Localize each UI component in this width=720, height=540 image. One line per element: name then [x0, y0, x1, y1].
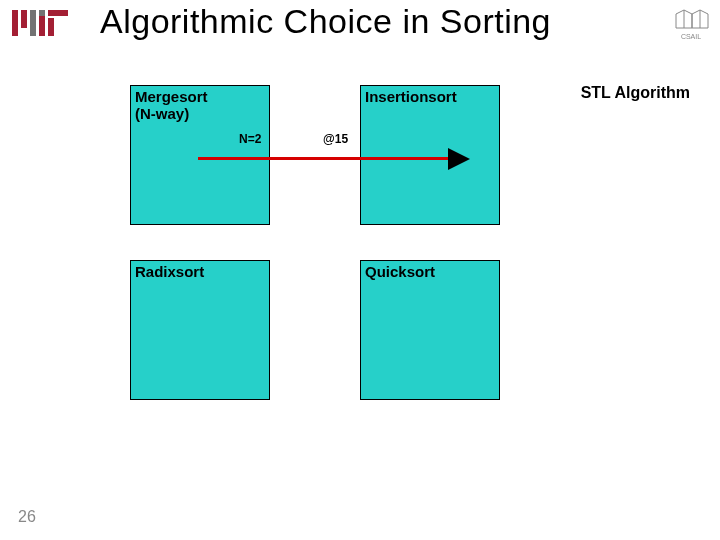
csail-logo-svg: CSAIL: [670, 6, 712, 42]
svg-rect-4: [39, 10, 45, 16]
slide-title: Algorithmic Choice in Sorting: [100, 2, 551, 41]
svg-rect-6: [48, 18, 54, 36]
svg-rect-0: [12, 10, 18, 36]
svg-text:CSAIL: CSAIL: [681, 33, 701, 40]
box-quicksort: Quicksort: [360, 260, 500, 400]
arrow-head-icon: [448, 148, 470, 170]
annotation-at-15: @15: [323, 132, 348, 146]
page-number: 26: [18, 508, 36, 526]
mit-logo-svg: [12, 8, 72, 38]
slide: CSAIL Algorithmic Choice in Sorting STL …: [0, 0, 720, 540]
mergesort-line2: (N-way): [135, 105, 189, 122]
csail-logo: CSAIL: [670, 6, 712, 46]
stl-algorithm-label: STL Algorithm: [581, 84, 690, 102]
mergesort-line1: Mergesort: [135, 88, 208, 105]
box-quicksort-label: Quicksort: [365, 263, 435, 280]
box-radixsort-label: Radixsort: [135, 263, 204, 280]
transition-arrow: [198, 145, 470, 175]
box-insertionsort-label: Insertionsort: [365, 88, 457, 105]
arrow-line: [198, 157, 456, 160]
annotation-n-equals: N=2: [239, 132, 261, 146]
mit-logo: [12, 8, 72, 42]
box-mergesort-label: Mergesort (N-way): [135, 88, 208, 123]
box-radixsort: Radixsort: [130, 260, 270, 400]
svg-rect-5: [48, 10, 68, 16]
svg-rect-2: [30, 10, 36, 36]
svg-rect-1: [21, 10, 27, 28]
